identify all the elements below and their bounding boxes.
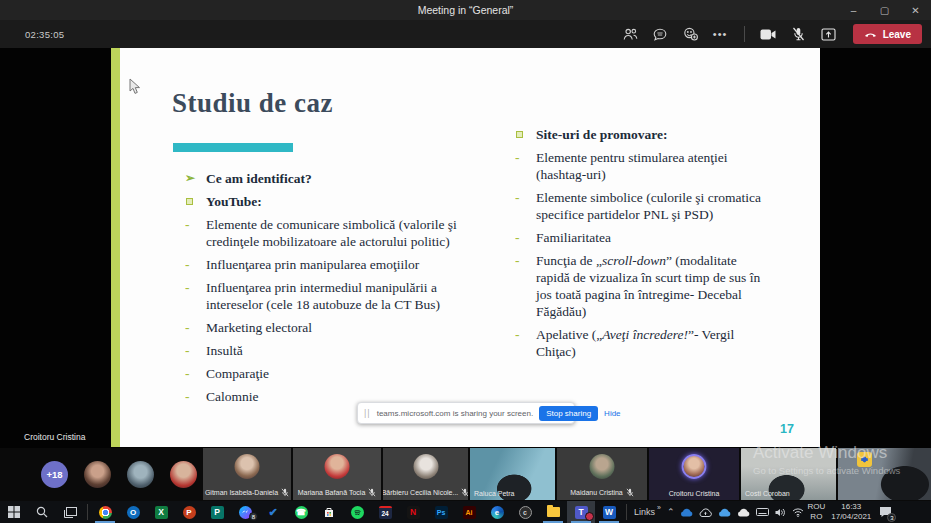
system-tray: ⌃ [667,508,805,517]
list-item: Site-uri de promovare: [515,126,770,143]
dash-bullet: - [515,252,536,320]
slide-left-list: ➢Ce am identificat? YouTube: -Elemente d… [185,170,470,411]
maximize-button[interactable]: ▢ [869,0,900,20]
avatar[interactable] [127,461,154,488]
microsoft-store-icon[interactable] [315,501,343,523]
digi24-icon[interactable]: 24 [371,501,399,523]
avatar[interactable] [84,461,111,488]
outlook-icon[interactable]: O [119,501,147,523]
language-indicator[interactable]: ROURO [804,502,828,521]
avatar[interactable] [170,461,197,488]
cyberlink-icon[interactable]: c [511,501,539,523]
participant-tile-speaking[interactable]: Croitoru Cristina [649,448,739,500]
dash-bullet: - [185,342,206,359]
slide-page-number: 17 [780,422,794,436]
list-item: YouTube: [185,193,470,210]
chrome-icon[interactable] [91,501,119,523]
banner-drag-handle[interactable]: || [364,408,371,418]
list-item: -Apelative („Aveţi încredere!”- Vergil C… [515,326,770,360]
participant-strip: +18 Gitman Isabela-Daniela Mariana Bafan… [0,448,931,501]
list-item: -Familiaritatea [515,229,770,246]
todo-check-icon[interactable]: ✔ [259,501,287,523]
hide-banner-link[interactable]: Hide [604,409,620,418]
taskbar-separator [626,504,627,520]
screen-share-banner: || teams.microsoft.com is sharing your s… [357,402,575,424]
action-center-icon[interactable]: 3 [874,501,896,523]
dash-bullet: - [185,279,206,313]
participants-icon[interactable] [622,26,639,43]
spotify-icon[interactable] [343,501,371,523]
leave-button[interactable]: Leave [853,24,922,44]
mic-muted-icon[interactable] [790,26,807,43]
participant-video-tile[interactable]: Costi Coroban [741,448,836,500]
onedrive-blue-icon[interactable] [680,508,693,517]
speaker-icon[interactable] [775,508,786,517]
links-toolbar[interactable]: Links» [630,507,665,517]
wifi-icon[interactable] [792,508,804,517]
dash-bullet: - [515,149,536,183]
teams-icon[interactable]: T [567,501,595,523]
participant-tile[interactable]: Mariana Bafană Tocia [293,448,381,500]
search-icon[interactable] [28,501,56,523]
cloud-icon[interactable] [718,508,731,517]
whatsapp-icon[interactable]: ☎ [287,501,315,523]
share-screen-icon[interactable] [820,26,837,43]
avatar [235,454,260,479]
windows-taskbar: O X P P 8 ✔ ☎ 24 N Ps Ai e c T W [0,501,931,523]
word-icon[interactable]: W [595,501,623,523]
dash-bullet: - [515,189,536,223]
reactions-icon[interactable] [682,26,699,43]
minimize-button[interactable]: – [838,0,869,20]
illustrator-icon[interactable]: Ai [455,501,483,523]
more-options-icon[interactable]: ••• [712,26,729,43]
stop-sharing-button[interactable]: Stop sharing [539,406,598,421]
overflow-participants-badge[interactable]: +18 [41,461,68,488]
keyboard-icon[interactable] [756,508,769,516]
toolbar-actions: ••• Leave [622,20,922,48]
list-item: -Elemente pentru stimularea atenţiei (ha… [515,149,770,183]
taskbar-separator [87,504,88,520]
meeting-toolbar: 02:35:05 ••• [0,20,931,48]
participant-tile[interactable]: Bărbieru Cecilia Nicole... [383,448,468,500]
powerpoint-icon[interactable]: P [175,501,203,523]
excel-icon[interactable]: X [147,501,175,523]
title-accent-bar [173,143,293,152]
avatar [590,454,615,479]
taskbar-clock[interactable]: 16:3317/04/2021 [828,502,874,522]
list-item: -Elemente simbolice (culorile şi cromati… [515,189,770,223]
photoshop-icon[interactable]: Ps [427,501,455,523]
close-button[interactable]: ✕ [900,0,931,20]
file-explorer-icon[interactable] [539,501,567,523]
slide-title: Studiu de caz [172,88,333,119]
avatar [413,454,438,479]
start-button[interactable] [0,501,28,523]
shared-screen-stage: Studiu de caz ➢Ce am identificat? YouTub… [0,48,931,448]
dash-bullet: - [185,365,206,382]
camera-on-icon[interactable] [760,26,777,43]
square-bullet [185,193,206,210]
toolbar-divider [744,26,745,42]
messenger-icon[interactable]: 8 [231,501,259,523]
cloud-gray-icon[interactable] [737,508,750,517]
onedrive-sync-icon[interactable] [699,508,712,517]
window-title: Meeting in “General” [418,4,514,16]
participant-video-tile[interactable]: Raluca Petra [470,448,555,500]
participant-video-tile[interactable] [838,448,931,500]
hang-up-icon [864,31,877,37]
tray-expand-chevron[interactable]: ⌃ [667,508,675,517]
dash-bullet: - [515,229,536,246]
chat-icon[interactable] [652,26,669,43]
netflix-icon[interactable]: N [399,501,427,523]
participant-tile[interactable]: Maidanu Cristina [557,448,647,500]
task-view-icon[interactable] [56,501,84,523]
edge-icon[interactable]: e [483,501,511,523]
teams-meeting-window: Meeting in “General” – ▢ ✕ 02:35:05 [0,0,931,523]
leave-button-label: Leave [883,29,911,40]
participant-tile[interactable]: Gitman Isabela-Daniela [203,448,291,500]
list-item: -Marketing electoral [185,319,470,336]
publisher-icon[interactable]: P [203,501,231,523]
list-item: ➢Ce am identificat? [185,170,470,187]
meeting-timer: 02:35:05 [25,29,64,40]
mouse-cursor [129,78,142,96]
window-title-bar: Meeting in “General” – ▢ ✕ [0,0,931,20]
